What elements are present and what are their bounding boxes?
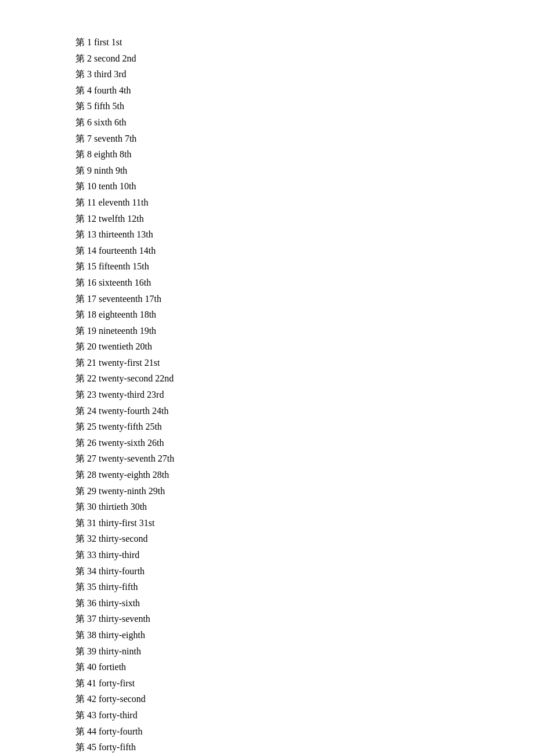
list-item: 第 42 forty-second	[75, 692, 534, 707]
list-item: 第 24 twenty-fourth 24th	[75, 404, 534, 419]
list-item: 第 38 thirty-eighth	[75, 628, 534, 643]
list-item: 第 22 twenty-second 22nd	[75, 371, 534, 386]
list-item: 第 5 fifth 5th	[75, 99, 534, 114]
list-item: 第 28 twenty-eighth 28th	[75, 467, 534, 483]
ordinal-list: 第 1 first 1st第 2 second 2nd第 3 third 3rd…	[75, 35, 534, 756]
list-item: 第 18 eighteenth 18th	[75, 307, 534, 322]
list-item: 第 21 twenty-first 21st	[75, 355, 534, 370]
list-item: 第 44 forty-fourth	[75, 724, 534, 739]
list-item: 第 12 twelfth 12th	[75, 211, 534, 226]
list-item: 第 35 thirty-fifth	[75, 579, 534, 595]
list-item: 第 10 tenth 10th	[75, 179, 534, 194]
list-item: 第 13 thirteenth 13th	[75, 227, 534, 242]
list-item: 第 17 seventeenth 17th	[75, 291, 534, 307]
list-item: 第 2 second 2nd	[75, 51, 534, 66]
list-item: 第 19 nineteenth 19th	[75, 323, 534, 339]
list-item: 第 30 thirtieth 30th	[75, 499, 534, 514]
list-item: 第 31 thirty-first 31st	[75, 516, 534, 531]
list-item: 第 1 first 1st	[75, 35, 534, 50]
list-item: 第 43 forty-third	[75, 708, 534, 723]
list-item: 第 23 twenty-third 23rd	[75, 387, 534, 402]
list-item: 第 25 twenty-fifth 25th	[75, 419, 534, 434]
list-item: 第 20 twentieth 20th	[75, 339, 534, 354]
list-item: 第 15 fifteenth 15th	[75, 259, 534, 274]
list-item: 第 9 ninth 9th	[75, 163, 534, 178]
list-item: 第 7 seventh 7th	[75, 131, 534, 146]
list-item: 第 27 twenty-seventh 27th	[75, 451, 534, 466]
list-item: 第 26 twenty-sixth 26th	[75, 435, 534, 451]
list-item: 第 34 thirty-fourth	[75, 564, 534, 579]
list-item: 第 16 sixteenth 16th	[75, 275, 534, 290]
list-item: 第 6 sixth 6th	[75, 115, 534, 130]
list-item: 第 45 forty-fifth	[75, 740, 534, 755]
list-item: 第 33 thirty-third	[75, 548, 534, 563]
list-item: 第 11 eleventh 11th	[75, 195, 534, 210]
list-item: 第 40 fortieth	[75, 660, 534, 675]
list-item: 第 37 thirty-seventh	[75, 611, 534, 627]
list-item: 第 29 twenty-ninth 29th	[75, 484, 534, 499]
list-item: 第 8 eighth 8th	[75, 147, 534, 162]
list-item: 第 14 fourteenth 14th	[75, 243, 534, 258]
list-item: 第 39 thirty-ninth	[75, 644, 534, 659]
list-item: 第 32 thirty-second	[75, 531, 534, 546]
list-item: 第 3 third 3rd	[75, 67, 534, 82]
list-item: 第 4 fourth 4th	[75, 83, 534, 98]
list-item: 第 41 forty-first	[75, 676, 534, 691]
list-item: 第 36 thirty-sixth	[75, 596, 534, 611]
